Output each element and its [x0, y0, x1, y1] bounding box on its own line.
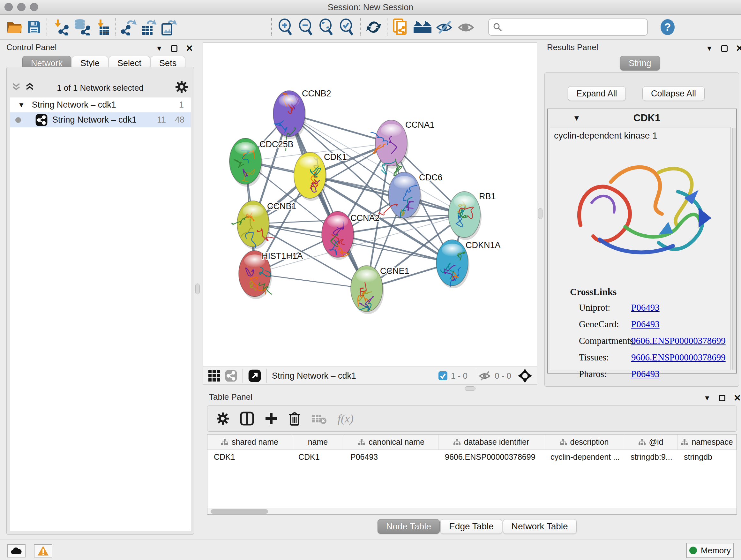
- panel-dropdown-icon[interactable]: ▼: [156, 44, 163, 53]
- column-header-canonical-name[interactable]: canonical name: [344, 435, 439, 449]
- network-edge[interactable]: [289, 114, 367, 289]
- external-view-icon[interactable]: [248, 369, 261, 382]
- panel-close-icon[interactable]: ✕: [734, 393, 741, 403]
- column-header-description[interactable]: description: [544, 435, 624, 449]
- fit-content-crosshair-icon[interactable]: [518, 368, 532, 383]
- node-label: CCNB2: [302, 89, 331, 98]
- cloud-button[interactable]: [7, 544, 25, 557]
- panel-float-icon[interactable]: [721, 45, 728, 52]
- node-label: HIST1H1A: [262, 251, 303, 261]
- zoom-fit-button[interactable]: [316, 17, 336, 37]
- help-button[interactable]: ?: [657, 17, 678, 37]
- apply-layout-button[interactable]: [364, 17, 384, 37]
- zoom-out-button[interactable]: [295, 17, 316, 37]
- collection-expander-icon[interactable]: ▼: [18, 101, 25, 109]
- memory-button[interactable]: Memory: [686, 543, 734, 558]
- column-header-namespace[interactable]: namespace: [677, 435, 737, 449]
- toolbar-separator: [115, 18, 116, 36]
- panel-float-icon[interactable]: [719, 395, 725, 401]
- panel-dropdown-icon[interactable]: ▼: [704, 394, 711, 402]
- column-header-database-identifier[interactable]: database identifier: [439, 435, 544, 449]
- network-node[interactable]: HIST1H1A: [239, 251, 303, 299]
- network-node[interactable]: CCNB1: [232, 201, 296, 249]
- network-node[interactable]: RB1: [448, 192, 496, 240]
- export-image-button[interactable]: [159, 17, 179, 37]
- panel-close-icon[interactable]: ✕: [186, 43, 193, 54]
- window-zoom-icon[interactable]: [30, 3, 38, 11]
- network-node[interactable]: CDC25B: [229, 138, 293, 187]
- table-options-gear-icon[interactable]: [216, 412, 229, 425]
- panel-float-icon[interactable]: [171, 45, 178, 52]
- tab-node-table[interactable]: Node Table: [378, 519, 440, 534]
- pharos-link[interactable]: P06493: [631, 369, 660, 379]
- save-session-button[interactable]: [25, 17, 44, 37]
- network-edge-count: 48: [175, 115, 185, 125]
- table-horizontal-scrollbar[interactable]: [207, 508, 737, 514]
- network-node[interactable]: CCNA1: [371, 120, 434, 176]
- selected-checkbox-icon[interactable]: [438, 371, 448, 381]
- node-label: CCNE1: [380, 266, 409, 276]
- network-row[interactable]: String Network – cdk1 11 48: [10, 112, 191, 127]
- compartments-link[interactable]: 9606.ENSP00000378699: [631, 335, 726, 346]
- tab-edge-table[interactable]: Edge Table: [441, 519, 502, 534]
- create-column-icon[interactable]: [265, 412, 278, 425]
- zoom-selected-button[interactable]: [336, 17, 357, 37]
- genecard-link[interactable]: P06493: [631, 319, 660, 329]
- panel-dropdown-icon[interactable]: ▼: [706, 44, 713, 53]
- selection-counters: 1 - 0 0 - 0: [438, 368, 537, 383]
- results-scrollbar[interactable]: [732, 128, 736, 370]
- network-collection-row[interactable]: ▼ String Network – cdk1 1: [10, 98, 191, 112]
- import-network-file-button[interactable]: [51, 17, 71, 37]
- string-panel-icon[interactable]: [225, 369, 238, 382]
- search-input[interactable]: [502, 22, 643, 32]
- string-documents-button[interactable]: [391, 17, 411, 37]
- expand-all-button[interactable]: Expand All: [568, 86, 626, 101]
- cdk1-card-header[interactable]: ▼ CDK1: [548, 109, 736, 127]
- birdseye-grid-icon[interactable]: [208, 370, 220, 382]
- first-neighbors-button[interactable]: [411, 17, 434, 37]
- export-network-button[interactable]: [119, 17, 139, 37]
- column-header-id[interactable]: @id: [624, 435, 677, 449]
- window-minimize-icon[interactable]: [17, 3, 25, 11]
- network-node[interactable]: CDKN1A: [436, 240, 501, 288]
- collapse-all-button[interactable]: Collapse All: [643, 86, 704, 101]
- window-close-icon[interactable]: [4, 3, 13, 11]
- import-network-database-button[interactable]: [71, 17, 92, 37]
- node-label: CCNA2: [350, 213, 380, 223]
- left-splitter-handle[interactable]: [195, 284, 200, 294]
- uniprot-link[interactable]: P06493: [631, 302, 660, 313]
- network-options-gear-icon[interactable]: [175, 80, 188, 93]
- warnings-button[interactable]: [34, 544, 52, 557]
- delete-columns-trash-icon[interactable]: [288, 412, 300, 426]
- hide-selected-button[interactable]: [434, 17, 456, 37]
- hidden-eye-slash-icon[interactable]: [479, 371, 491, 381]
- cloud-icon: [10, 547, 22, 555]
- show-columns-icon[interactable]: [240, 412, 254, 426]
- show-all-button[interactable]: [456, 17, 477, 37]
- control-panel: Control Panel ▼ ✕ Network Style Select S…: [0, 41, 200, 539]
- card-expander-icon[interactable]: ▼: [573, 114, 581, 123]
- scrollbar-thumb[interactable]: [211, 509, 268, 514]
- memory-status-dot: [689, 547, 697, 554]
- table-header-row: shared name name canonical name: [207, 435, 737, 450]
- search-field[interactable]: [488, 18, 648, 36]
- table-row[interactable]: CDK1 CDK1 P06493 9606.ENSP00000378699 cy…: [207, 450, 737, 464]
- column-header-name[interactable]: name: [292, 435, 344, 449]
- network-graph[interactable]: CCNB2CCNA1CDC25BCDK1CDC6RB1CCNB1CCNA2CDK…: [203, 43, 537, 367]
- network-view-toolbar: String Network – cdk1 1 - 0 0 - 0: [203, 367, 537, 385]
- delete-table-icon[interactable]: [312, 413, 327, 424]
- network-canvas[interactable]: CCNB2CCNA1CDC25BCDK1CDC6RB1CCNB1CCNA2CDK…: [203, 43, 537, 367]
- export-table-button[interactable]: [139, 17, 159, 37]
- network-node[interactable]: CCNE1: [351, 266, 409, 314]
- function-builder-icon[interactable]: f(x): [338, 412, 354, 425]
- tissues-link[interactable]: 9606.ENSP00000378699: [631, 352, 726, 362]
- import-table-file-button[interactable]: [92, 17, 112, 37]
- zoom-in-button[interactable]: [275, 17, 295, 37]
- open-session-button[interactable]: [4, 17, 25, 37]
- tab-string[interactable]: String: [620, 56, 660, 71]
- tab-network-table[interactable]: Network Table: [503, 519, 577, 534]
- panel-close-icon[interactable]: ✕: [736, 43, 741, 54]
- right-splitter-handle[interactable]: [538, 208, 542, 219]
- network-edge[interactable]: [255, 214, 464, 273]
- column-header-shared-name[interactable]: shared name: [207, 435, 292, 449]
